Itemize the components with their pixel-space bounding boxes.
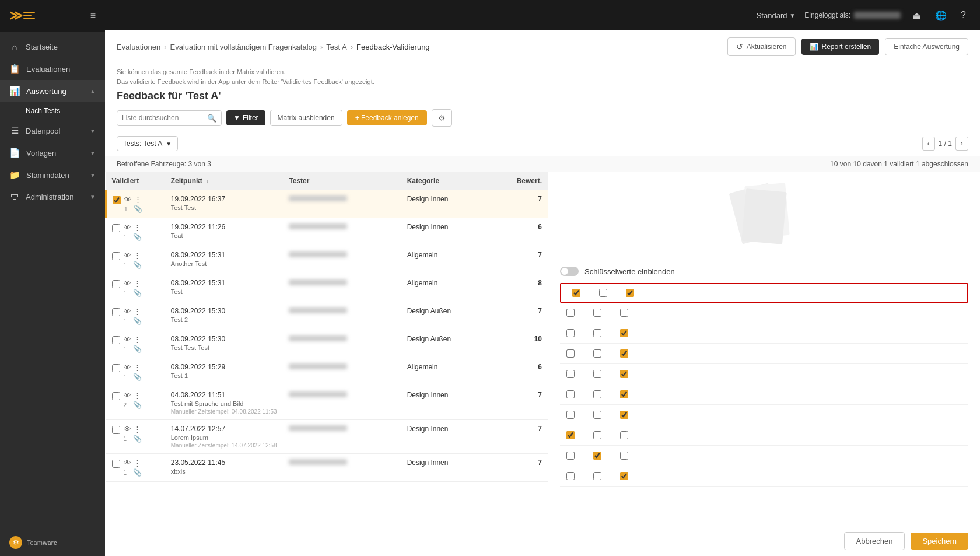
dots-icon[interactable]: ⋮ xyxy=(134,335,141,344)
refresh-button[interactable]: ↺ Aktualisieren xyxy=(727,37,796,56)
breadcrumb-evaluation[interactable]: Evaluation mit vollständigem Fragenkatal… xyxy=(170,43,317,51)
cell-bewertung: 7 xyxy=(506,420,548,454)
dots-icon[interactable]: ⋮ xyxy=(134,195,142,204)
add-feedback-button[interactable]: + Feedback anlegen xyxy=(347,110,427,125)
row-checkbox[interactable] xyxy=(112,392,120,400)
row-checkbox[interactable] xyxy=(112,308,120,316)
checkbox-9-1[interactable] xyxy=(593,472,601,480)
eye-icon[interactable]: 👁 xyxy=(124,307,131,316)
eye-icon[interactable]: 👁 xyxy=(124,279,131,288)
attachment-icon: 📎 xyxy=(133,401,142,409)
sidebar-item-administration[interactable]: 🛡 Administration ▼ xyxy=(0,186,105,208)
checkbox-4-1[interactable] xyxy=(593,370,601,378)
sidebar-item-vorlagen[interactable]: 📄 Vorlagen ▼ xyxy=(0,142,105,164)
checkbox-5-0[interactable] xyxy=(566,390,575,398)
sidebar-item-label: Datenpool xyxy=(26,127,84,135)
eye-icon[interactable]: 👁 xyxy=(124,391,131,400)
checkbox-4-2[interactable] xyxy=(620,370,628,378)
sidebar-item-datenpool[interactable]: ☰ Datenpool ▼ xyxy=(0,120,105,142)
eye-icon[interactable]: 👁 xyxy=(124,223,131,232)
checkbox-7-1[interactable] xyxy=(593,431,601,439)
profile-dropdown[interactable]: Standard ▼ xyxy=(757,11,796,20)
cancel-button[interactable]: Abbrechen xyxy=(844,532,905,550)
eye-icon[interactable]: 👁 xyxy=(124,195,132,204)
breadcrumb-testa[interactable]: Test A xyxy=(326,43,346,51)
report-button[interactable]: 📊 Report erstellen xyxy=(802,39,880,55)
test-selector-row: Tests: Test A ▼ ‹ 1 / 1 › xyxy=(105,136,980,156)
checkbox-8-0[interactable] xyxy=(566,452,575,460)
checkbox-1-2[interactable] xyxy=(620,309,628,317)
checkbox-6-1[interactable] xyxy=(593,411,601,419)
checkbox-item-2-2 xyxy=(614,329,635,337)
cell-tester xyxy=(283,386,401,420)
help-button[interactable]: ? xyxy=(958,8,968,23)
matrix-toggle-button[interactable]: Matrix ausblenden xyxy=(270,110,342,126)
schluessel-toggle[interactable] xyxy=(560,267,579,276)
test-selector-dropdown[interactable]: Tests: Test A ▼ xyxy=(117,136,178,151)
logout-button[interactable]: ⏏ xyxy=(910,8,923,23)
dots-icon[interactable]: ⋮ xyxy=(134,279,141,288)
search-icon[interactable]: 🔍 xyxy=(207,114,216,123)
checkbox-0-2[interactable] xyxy=(626,289,634,297)
checkbox-0-0[interactable] xyxy=(572,289,580,297)
checkbox-7-0[interactable] xyxy=(566,431,575,439)
dots-icon[interactable]: ⋮ xyxy=(134,307,141,316)
sidebar-item-evaluationen[interactable]: 📋 Evaluationen xyxy=(0,58,105,80)
checkbox-1-0[interactable] xyxy=(566,309,575,317)
checkbox-7-2[interactable] xyxy=(620,431,628,439)
search-input[interactable] xyxy=(122,114,204,122)
checkbox-9-2[interactable] xyxy=(620,472,628,480)
col-header-zeitpunkt[interactable]: Zeitpunkt ↓ xyxy=(165,172,283,190)
filter-button[interactable]: ▼ Filter xyxy=(226,110,265,125)
settings-button[interactable]: ⚙ xyxy=(432,109,452,127)
checkbox-9-0[interactable] xyxy=(566,472,575,480)
save-button[interactable]: Speichern xyxy=(911,533,968,550)
checkbox-5-2[interactable] xyxy=(620,390,628,398)
globe-button[interactable]: 🌐 xyxy=(933,8,949,23)
eye-icon[interactable]: 👁 xyxy=(124,425,131,433)
checkbox-8-2[interactable] xyxy=(620,452,628,460)
checkbox-2-2[interactable] xyxy=(620,329,628,337)
checkbox-8-1[interactable] xyxy=(593,452,601,460)
dots-icon[interactable]: ⋮ xyxy=(134,251,141,260)
eye-icon[interactable]: 👁 xyxy=(124,363,131,372)
dots-icon[interactable]: ⋮ xyxy=(134,363,141,372)
next-page-button[interactable]: › xyxy=(956,137,968,151)
checkbox-5-1[interactable] xyxy=(593,390,601,398)
row-checkbox[interactable] xyxy=(112,252,120,260)
checkbox-2-0[interactable] xyxy=(566,329,575,337)
checkbox-3-0[interactable] xyxy=(566,349,575,358)
row-checkbox[interactable] xyxy=(113,196,121,204)
checkbox-6-0[interactable] xyxy=(566,411,575,419)
breadcrumb-evaluationen[interactable]: Evaluationen xyxy=(117,43,160,51)
checkbox-3-2[interactable] xyxy=(620,349,628,358)
eye-icon[interactable]: 👁 xyxy=(124,251,131,260)
checkbox-3-1[interactable] xyxy=(593,349,601,358)
sidebar-item-stammdaten[interactable]: 📁 Stammdaten ▼ xyxy=(0,164,105,186)
sidebar-item-startseite[interactable]: ⌂ Startseite xyxy=(0,36,105,58)
dots-icon[interactable]: ⋮ xyxy=(134,391,141,400)
row-checkbox[interactable] xyxy=(112,364,120,372)
eye-icon[interactable]: 👁 xyxy=(124,335,131,344)
row-checkbox[interactable] xyxy=(112,426,120,434)
sidebar-subitem-nach-tests[interactable]: Nach Tests xyxy=(0,102,105,120)
checkbox-6-2[interactable] xyxy=(620,411,628,419)
row-checkbox[interactable] xyxy=(112,336,120,344)
row-checkbox[interactable] xyxy=(112,224,120,232)
checkbox-1-1[interactable] xyxy=(593,309,601,317)
row-checkbox[interactable] xyxy=(112,460,120,468)
checkbox-4-0[interactable] xyxy=(566,370,575,378)
time-value: 23.05.2022 11:45 xyxy=(171,459,277,467)
sidebar-toggle[interactable]: ≡ xyxy=(90,11,96,21)
eye-icon[interactable]: 👁 xyxy=(124,459,131,467)
prev-page-button[interactable]: ‹ xyxy=(922,137,935,151)
sidebar-item-auswertung[interactable]: 📊 Auswertung ▲ xyxy=(0,80,105,102)
row-checkbox[interactable] xyxy=(112,280,120,288)
search-box[interactable]: 🔍 xyxy=(117,110,222,126)
checkbox-0-1[interactable] xyxy=(599,289,607,297)
simple-auswertung-button[interactable]: Einfache Auswertung xyxy=(885,38,968,55)
checkbox-2-1[interactable] xyxy=(593,329,601,337)
dots-icon[interactable]: ⋮ xyxy=(134,425,141,433)
dots-icon[interactable]: ⋮ xyxy=(134,459,141,467)
dots-icon[interactable]: ⋮ xyxy=(134,223,141,232)
